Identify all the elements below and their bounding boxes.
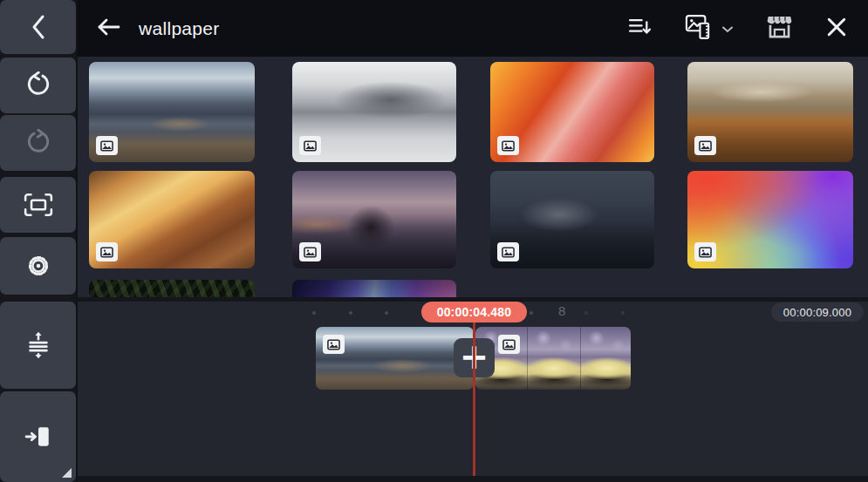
sort-icon [628, 16, 652, 41]
more-options-corner-icon [62, 468, 72, 478]
sort-button[interactable] [628, 16, 652, 41]
image-badge-icon [96, 242, 118, 261]
image-badge-icon [323, 335, 345, 354]
redo-icon [24, 129, 52, 157]
image-badge-icon [497, 136, 519, 155]
total-duration-badge: 00:00:09.000 [771, 302, 864, 322]
current-time-badge: 00:00:04.480 [421, 302, 527, 322]
close-button[interactable] [826, 17, 847, 41]
ruler-tick [312, 311, 316, 315]
image-badge-icon [694, 136, 716, 155]
thumbnail-orange-canyon[interactable] [490, 62, 654, 162]
close-icon [826, 17, 847, 41]
image-badge-icon [497, 242, 519, 261]
undo-icon [24, 71, 52, 99]
back-arrow-icon [95, 17, 121, 41]
store-button[interactable] [766, 14, 793, 43]
redo-button[interactable] [0, 115, 76, 171]
collapse-panel-button[interactable] [0, 0, 76, 54]
media-type-filter-button[interactable] [685, 14, 733, 44]
capture-frame-button[interactable] [0, 177, 76, 233]
clip-sports-car[interactable] [475, 327, 631, 390]
image-badge-icon [299, 136, 321, 155]
image-badge-icon [498, 335, 520, 354]
thumbnail-sandstone-canyon[interactable] [89, 171, 255, 268]
insert-clip-button[interactable] [0, 391, 76, 482]
chevron-down-icon [722, 21, 733, 37]
ruler-tick [349, 311, 352, 315]
insert-clip-icon [24, 424, 52, 450]
clip-mountain-lake[interactable] [316, 327, 474, 390]
timeline-panel: 8 00:00:09.000 00:00:04.480 + [78, 302, 868, 482]
thumbnail-mountain-lake[interactable] [89, 62, 255, 162]
tool-sidebar [0, 0, 78, 482]
clip-frame [581, 327, 631, 390]
media-filter-icon [685, 14, 716, 44]
thumbnail-rainbow-gradient[interactable] [687, 171, 853, 268]
capture-frame-icon [24, 193, 53, 217]
image-badge-icon [694, 242, 716, 261]
video-editor-app: wallpaper [0, 0, 868, 482]
thumbnail-foggy-mountains[interactable] [292, 62, 456, 162]
image-badge-icon [299, 242, 321, 261]
media-grid[interactable] [78, 57, 868, 297]
back-button[interactable] [92, 13, 125, 44]
timeline-bottom-edge [78, 476, 868, 482]
undo-button[interactable] [0, 58, 76, 113]
settings-button[interactable] [0, 237, 76, 295]
thumbnail-dark-mountain-forest[interactable] [490, 171, 654, 268]
settings-gear-icon [24, 252, 52, 280]
expand-tracks-icon [24, 331, 52, 359]
ruler-second-label: 8 [558, 303, 565, 318]
playhead[interactable] [473, 321, 475, 476]
store-icon [766, 14, 793, 43]
expand-tracks-button[interactable] [0, 302, 76, 389]
ruler-tick [621, 311, 625, 315]
media-browser-header: wallpaper [78, 0, 868, 57]
image-badge-icon [96, 136, 118, 155]
chevron-left-icon [29, 13, 48, 41]
thumbnail-aurora-gradient[interactable] [292, 280, 456, 297]
ruler-tick [530, 311, 533, 315]
thumbnail-fortress-sunset[interactable] [292, 171, 456, 268]
thumbnail-great-wall-autumn[interactable] [687, 62, 853, 162]
ruler-tick [584, 311, 588, 315]
thumbnail-palm-leaves[interactable] [89, 280, 255, 297]
clip-frame [528, 327, 580, 390]
ruler-tick [385, 311, 388, 315]
page-title: wallpaper [139, 18, 220, 39]
